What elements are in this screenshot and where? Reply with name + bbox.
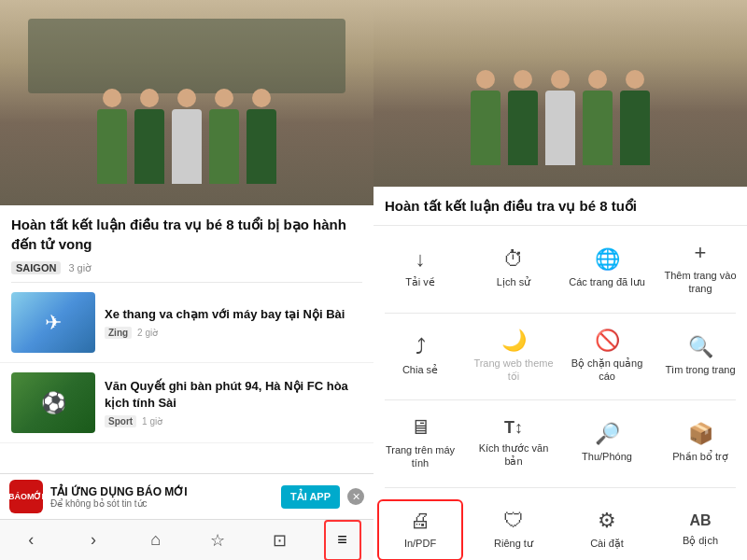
person-r3 xyxy=(544,70,577,182)
time-label: 3 giờ xyxy=(68,262,92,274)
menu-label: Các trang đã lưu xyxy=(569,275,645,288)
banner-text: TẢI ỨNG DỤNG BÁO MỚI Để không bỏ sót tin… xyxy=(50,485,274,509)
news-thumbnail xyxy=(11,372,95,433)
menu-item-textsize[interactable]: T↕ Kích thước văn bản xyxy=(467,408,560,480)
right-top-image xyxy=(374,0,747,187)
person-head xyxy=(103,89,121,107)
news-source: Sport xyxy=(105,415,136,427)
tai-app-button[interactable]: TẢI APP xyxy=(281,485,340,509)
person-1 xyxy=(96,89,129,201)
person-head xyxy=(476,70,495,89)
person-head xyxy=(140,89,159,107)
menu-row-4: 🖨 In/PDF 🛡 Riêng tư ⚙ Cài đặt AB Bộ dịch xyxy=(374,488,747,560)
menu-label: Phần bổ trợ xyxy=(672,450,728,463)
text-size-icon: T↕ xyxy=(504,419,523,436)
person-3 xyxy=(171,89,204,201)
soccer-image xyxy=(11,372,95,433)
menu-label: Chia sẻ xyxy=(402,363,438,376)
main-headline[interactable]: Hoàn tất kết luận điều tra vụ bé 8 tuổi … xyxy=(0,205,374,259)
person-head xyxy=(215,89,233,107)
person-head xyxy=(588,70,607,89)
menu-label: Bộ dịch xyxy=(683,534,718,547)
menu-item-download[interactable]: ↓ Tải về xyxy=(374,233,467,305)
right-headline: Hoàn tất kết luận điều tra vụ bé 8 tuổi xyxy=(374,187,747,226)
menu-item-settings[interactable]: ⚙ Cài đặt xyxy=(560,496,654,560)
right-people-row xyxy=(374,37,747,187)
menu-label: Riêng tư xyxy=(494,537,533,550)
menu-item-saved[interactable]: 🌐 Các trang đã lưu xyxy=(560,233,654,305)
menu-item-addpage[interactable]: + Thêm trang vào trang xyxy=(654,233,747,305)
menu-row-1: ↓ Tải về ⏱ Lịch sử 🌐 Các trang đã lưu + … xyxy=(374,226,747,313)
airplane-image xyxy=(11,292,95,353)
person-5 xyxy=(246,89,278,201)
menu-item-findinpage[interactable]: 🔍 Tìm trong trang xyxy=(654,321,747,393)
menu-item-darkmode[interactable]: 🌙 Trang web theme tối xyxy=(467,321,560,393)
bookmark-button[interactable]: ☆ xyxy=(199,520,236,561)
menu-item-addons[interactable]: 📦 Phần bổ trợ xyxy=(654,408,747,480)
back-button[interactable]: ‹ xyxy=(12,520,49,561)
source-row: SAIGON 3 giờ xyxy=(0,259,374,282)
menu-label: Kích thước văn bản xyxy=(471,441,557,469)
share-icon: ⤴ xyxy=(416,337,426,357)
person-r5 xyxy=(619,70,652,182)
search-in-page-icon: 🔍 xyxy=(688,337,713,357)
banner-close-button[interactable]: ✕ xyxy=(347,488,364,505)
menu-label: Bộ chặn quảng cáo xyxy=(564,357,650,384)
news-title: Văn Quyết ghi bàn phút 94, Hà Nội FC hòa… xyxy=(105,378,362,412)
news-source-row: Zing 2 giờ xyxy=(105,327,362,339)
settings-icon: ⚙ xyxy=(598,511,616,531)
person-body xyxy=(97,109,127,184)
person-body xyxy=(471,91,500,165)
menu-label: Tìm trong trang xyxy=(665,363,735,376)
menu-label: In/PDF xyxy=(404,537,436,550)
menu-item-translate[interactable]: AB Bộ dịch xyxy=(654,496,747,560)
banner-title: TẢI ỨNG DỤNG BÁO MỚI xyxy=(50,485,274,498)
person-body xyxy=(172,109,202,184)
baomoi-logo: BÁOMỚI xyxy=(9,480,43,513)
menu-button[interactable]: ≡ xyxy=(324,520,361,561)
menu-item-share[interactable]: ⤴ Chia sẻ xyxy=(374,321,467,393)
menu-item-history[interactable]: ⏱ Lịch sử xyxy=(467,233,560,305)
menu-label: Thu/Phóng xyxy=(582,450,632,463)
menu-row-3: 🖥 Trang trên máy tính T↕ Kích thước văn … xyxy=(374,400,747,487)
menu-item-private[interactable]: 🛡 Riêng tư xyxy=(467,496,560,560)
menu-item-print[interactable]: 🖨 In/PDF xyxy=(377,499,463,560)
translate-icon: AB xyxy=(689,513,711,528)
bottom-banner: BÁOMỚI TẢI ỨNG DỤNG BÁO MỚI Để không bỏ … xyxy=(0,473,374,519)
news-time: 2 giờ xyxy=(137,328,158,338)
menu-label: Trang web theme tối xyxy=(471,357,557,384)
people-row xyxy=(0,56,374,205)
person-2 xyxy=(134,89,166,201)
home-button[interactable]: ⌂ xyxy=(137,520,175,561)
person-r1 xyxy=(470,70,502,182)
private-icon: 🛡 xyxy=(503,511,524,531)
menu-label: Cài đặt xyxy=(590,537,624,550)
addons-icon: 📦 xyxy=(688,424,713,444)
tabs-button[interactable]: ⊡ xyxy=(261,520,299,561)
person-body xyxy=(620,91,650,165)
banner-subtitle: Để không bỏ sót tin tức xyxy=(50,498,274,509)
menu-item-zoom[interactable]: 🔎 Thu/Phóng xyxy=(560,408,654,480)
menu-label: Trang trên máy tính xyxy=(377,443,463,470)
menu-label: Tải về xyxy=(405,275,435,288)
person-body xyxy=(209,109,239,184)
dropdown-menu: ↓ Tải về ⏱ Lịch sử 🌐 Các trang đã lưu + … xyxy=(374,226,747,560)
menu-item-adblock[interactable]: 🚫 Bộ chặn quảng cáo xyxy=(560,321,654,393)
menu-label: Thêm trang vào trang xyxy=(657,269,743,296)
desktop-icon: 🖥 xyxy=(410,417,430,438)
news-source-row: Sport 1 giờ xyxy=(105,415,362,427)
list-item[interactable]: Xe thang va chạm với máy bay tại Nội Bài… xyxy=(0,283,374,363)
person-body xyxy=(583,91,613,165)
person-body xyxy=(545,91,575,165)
menu-label: Lịch sử xyxy=(497,275,530,288)
main-news-image[interactable] xyxy=(0,0,374,205)
forward-button[interactable]: › xyxy=(75,520,112,561)
news-text: Xe thang va chạm với máy bay tại Nội Bài… xyxy=(105,306,362,339)
adblock-icon: 🚫 xyxy=(595,330,620,351)
court-scene-image xyxy=(0,0,374,205)
person-4 xyxy=(208,89,241,201)
list-item[interactable]: Văn Quyết ghi bàn phút 94, Hà Nội FC hòa… xyxy=(0,363,374,443)
saved-pages-icon: 🌐 xyxy=(595,249,620,270)
person-body xyxy=(134,109,164,184)
menu-item-desktop[interactable]: 🖥 Trang trên máy tính xyxy=(374,408,467,480)
